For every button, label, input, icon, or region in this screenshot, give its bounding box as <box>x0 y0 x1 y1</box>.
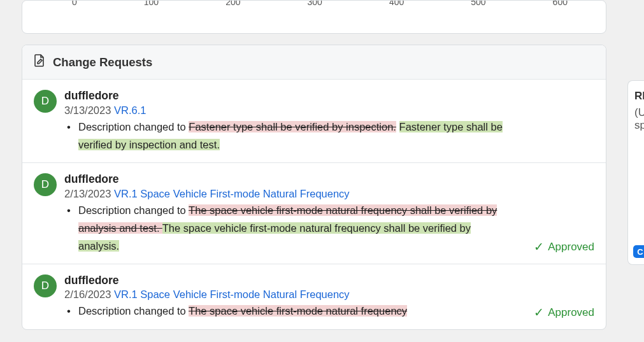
chart-card: 0 100 200 300 400 500 600 <box>22 0 606 34</box>
change-request-description: Description changed to The space vehicle… <box>76 302 503 320</box>
change-request-item: Dduffledore3/13/2023 VR.6.1Description c… <box>22 80 606 162</box>
change-prefix: Description changed to <box>78 121 189 132</box>
change-prefix: Description changed to <box>78 204 189 216</box>
change-request-user: duffledore <box>64 172 594 187</box>
change-request-list: Dduffledore3/13/2023 VR.6.1Description c… <box>22 80 606 329</box>
change-request-item: Dduffledore2/13/2023 VR.1 Space Vehicle … <box>22 162 606 264</box>
tick-2: 200 <box>225 0 240 7</box>
change-request-description: Description changed to Fastener type sha… <box>76 118 503 153</box>
change-request-link[interactable]: VR.6.1 <box>114 104 146 116</box>
chart-x-ticks: 0 100 200 300 400 500 600 <box>22 0 606 7</box>
tick-0: 0 <box>72 0 77 7</box>
change-request-link[interactable]: VR.1 Space Vehicle First-mode Natural Fr… <box>114 188 350 199</box>
change-request-user: duffledore <box>64 273 594 288</box>
change-request-user: duffledore <box>64 89 594 103</box>
check-icon: ✓ <box>534 241 544 253</box>
change-request-date: 2/13/2023 <box>64 188 114 199</box>
right-panel-line-3: sp <box>634 119 644 132</box>
change-prefix: Description changed to <box>78 305 189 317</box>
avatar: D <box>34 90 57 113</box>
tick-3: 300 <box>308 0 322 7</box>
right-panel-badge[interactable]: C <box>633 245 644 258</box>
avatar: D <box>34 173 57 196</box>
status-label: Approved <box>548 306 594 319</box>
tick-5: 500 <box>471 0 485 7</box>
tick-6: 600 <box>553 0 568 7</box>
right-panel-line-2: (U <box>634 106 644 119</box>
change-request-description: Description changed to The space vehicle… <box>76 201 503 255</box>
right-panel: RI (U sp C <box>627 80 644 265</box>
right-panel-line-1: RI <box>634 90 644 103</box>
change-request-meta: 3/13/2023 VR.6.1 <box>64 104 594 117</box>
status-label: Approved <box>548 241 594 253</box>
change-request-link[interactable]: VR.1 Space Vehicle First-mode Natural Fr… <box>114 289 350 300</box>
change-request-date: 3/13/2023 <box>64 104 114 116</box>
change-request-item: Dduffledore2/16/2023 VR.1 Space Vehicle … <box>22 264 606 329</box>
tick-1: 100 <box>144 0 159 7</box>
card-header: Change Requests <box>22 45 606 80</box>
status-approved: ✓Approved <box>534 306 594 319</box>
diff-removed: The space vehicle first-mode natural fre… <box>189 305 407 317</box>
change-requests-card: Change Requests Dduffledore3/13/2023 VR.… <box>22 45 606 330</box>
avatar: D <box>34 274 57 297</box>
change-request-date: 2/16/2023 <box>64 289 114 300</box>
edit-file-icon <box>34 54 45 70</box>
check-icon: ✓ <box>534 306 544 318</box>
tick-4: 400 <box>389 0 404 7</box>
status-approved: ✓Approved <box>534 241 594 253</box>
diff-removed: Fastener type shall be verified by inspe… <box>189 121 396 132</box>
change-request-meta: 2/16/2023 VR.1 Space Vehicle First-mode … <box>64 289 594 301</box>
card-title: Change Requests <box>53 55 152 69</box>
change-request-meta: 2/13/2023 VR.1 Space Vehicle First-mode … <box>64 188 594 200</box>
